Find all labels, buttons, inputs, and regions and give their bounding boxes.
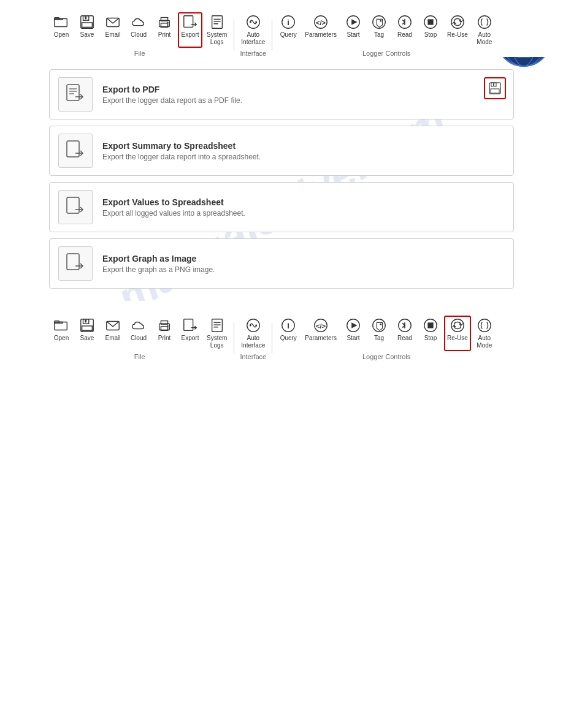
svg-point-80 (255, 325, 257, 327)
divider-4 (272, 323, 272, 354)
logger-group-top: i Query </> Parameters Start (276, 12, 497, 57)
auto-items: Auto Interface (238, 12, 268, 48)
file-group-top: Open Save Email Cloud (49, 12, 230, 57)
svg-rect-23 (212, 16, 222, 28)
divider-3 (234, 323, 234, 354)
stop-button-2[interactable]: Stop (418, 316, 443, 351)
top-toolbar-wrapper: Open Save Email Cloud (0, 0, 563, 57)
svg-rect-45 (67, 85, 79, 100)
svg-rect-53 (493, 83, 494, 86)
divider-1 (234, 20, 234, 50)
reuse-button[interactable]: Re-Use (444, 12, 471, 48)
svg-point-38 (380, 20, 381, 22)
parameters-button-2[interactable]: </> Parameters (302, 316, 340, 351)
svg-marker-35 (351, 19, 357, 25)
file-group-label-top: File (134, 48, 145, 57)
export-save-highlighted[interactable] (484, 77, 506, 99)
svg-rect-15 (85, 17, 86, 20)
open-button[interactable]: Open (49, 12, 74, 48)
cloud-button[interactable]: Cloud (126, 12, 151, 48)
svg-marker-37 (377, 19, 382, 27)
svg-rect-72 (184, 319, 193, 331)
system-logs-button[interactable]: System Logs (204, 12, 230, 48)
logger-group-label-bottom: Logger Controls (362, 351, 410, 360)
system-logs-button-2[interactable]: System Logs (204, 316, 230, 351)
stop-button[interactable]: Stop (418, 12, 443, 48)
svg-point-28 (250, 21, 251, 23)
print-button-2[interactable]: Print (152, 316, 177, 351)
read-button-2[interactable]: Read (393, 316, 417, 351)
auto-interface-group-bottom: Auto Interface Interface (238, 316, 268, 360)
svg-point-29 (255, 21, 257, 23)
read-button[interactable]: Read (393, 12, 417, 48)
auto-mode-button-2[interactable]: Auto Mode (472, 316, 497, 351)
svg-point-94 (451, 319, 464, 332)
export-summary-item[interactable]: Export Summary to Spreadsheet Export the… (49, 126, 514, 176)
svg-rect-54 (67, 141, 79, 157)
export-pdf-text: Export to PDF Export the logger data rep… (102, 85, 242, 105)
auto-mode-button[interactable]: Auto Mode (472, 12, 497, 48)
file-group-bottom: Open Save Email Cloud (49, 316, 230, 360)
export-values-icon (58, 190, 93, 224)
export-graph-icon (58, 246, 93, 281)
svg-rect-93 (427, 322, 433, 328)
export-pdf-icon (58, 77, 93, 112)
start-button-2[interactable]: Start (341, 316, 366, 351)
svg-point-43 (451, 16, 464, 28)
query-button[interactable]: i Query (276, 12, 301, 48)
auto-interface-button[interactable]: Auto Interface (238, 12, 268, 48)
main-content: Open Save Email Cloud (0, 0, 563, 360)
svg-rect-21 (184, 16, 193, 28)
file-group-label-bottom: File (134, 351, 145, 360)
logger-group-bottom: i Query </> Parameters Start Tag (276, 316, 497, 360)
logger-group-label-top: Logger Controls (362, 48, 410, 57)
export-button[interactable]: Export (178, 12, 202, 48)
save-button-2[interactable]: Save (75, 316, 99, 351)
svg-point-89 (380, 324, 381, 325)
reuse-button-2[interactable]: Re-Use (444, 316, 471, 351)
export-graph-text: Export Graph as Image Export the graph a… (102, 254, 215, 274)
export-graph-item[interactable]: Export Graph as Image Export the graph a… (49, 238, 514, 289)
auto-interface-group-top: Auto Interface Interface (238, 12, 268, 57)
svg-rect-56 (67, 197, 79, 213)
cloud-button-2[interactable]: Cloud (126, 316, 151, 351)
export-panel: Export to PDF Export the logger data rep… (49, 69, 514, 289)
svg-text:i: i (287, 18, 289, 27)
open-button-2[interactable]: Open (49, 316, 74, 351)
export-summary-icon (58, 134, 93, 168)
tag-button-2[interactable]: Tag (367, 316, 391, 351)
email-button[interactable]: Email (101, 12, 125, 48)
divider-2 (272, 20, 272, 50)
svg-rect-14 (82, 23, 93, 27)
svg-text:</>: </> (316, 19, 326, 26)
export-pdf-item[interactable]: Export to PDF Export the logger data rep… (49, 69, 514, 119)
email-button-2[interactable]: Email (101, 316, 125, 351)
svg-point-95 (478, 319, 491, 332)
logger-items: i Query </> Parameters Start (276, 12, 497, 48)
bottom-toolbar-wrapper: Open Save Email Cloud (0, 301, 563, 360)
svg-rect-65 (82, 326, 93, 330)
interface-group-label-top: Interface (240, 48, 266, 57)
auto-interface-button-2[interactable]: Auto Interface (238, 316, 268, 351)
svg-text:i: i (287, 321, 289, 330)
svg-rect-58 (67, 254, 79, 270)
svg-rect-52 (491, 89, 499, 93)
svg-point-44 (478, 16, 491, 28)
svg-marker-88 (377, 322, 382, 330)
svg-point-71 (167, 325, 168, 327)
export-values-item[interactable]: Export Values to Spreadsheet Export all … (49, 182, 514, 232)
query-button-2[interactable]: i Query (276, 316, 301, 351)
print-button[interactable]: Print (152, 12, 177, 48)
svg-marker-86 (351, 322, 357, 328)
svg-rect-42 (427, 19, 433, 25)
svg-rect-74 (212, 319, 222, 332)
tag-button[interactable]: Tag (367, 12, 391, 48)
svg-point-20 (167, 22, 168, 23)
export-summary-text: Export Summary to Spreadsheet Export the… (102, 141, 261, 161)
parameters-button[interactable]: </> Parameters (302, 12, 340, 48)
svg-rect-66 (85, 320, 86, 323)
save-button[interactable]: Save (75, 12, 99, 48)
file-items: Open Save Email Cloud (49, 12, 230, 48)
export-button-2[interactable]: Export (178, 316, 202, 351)
start-button[interactable]: Start (341, 12, 366, 48)
